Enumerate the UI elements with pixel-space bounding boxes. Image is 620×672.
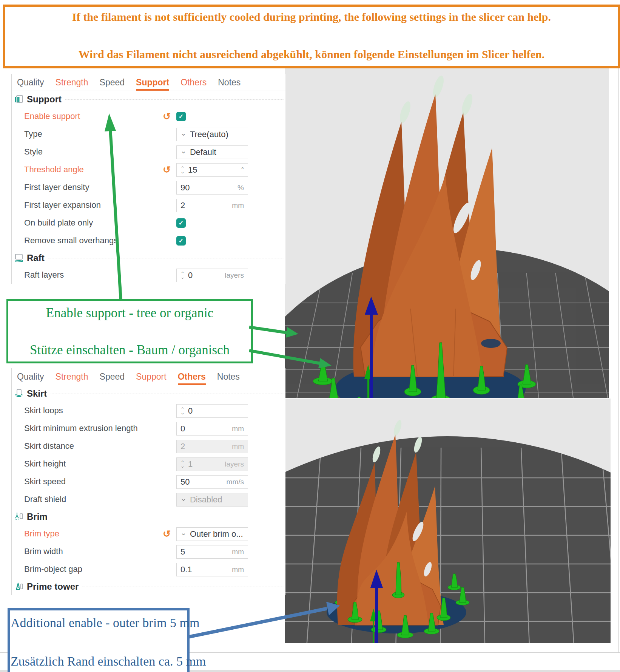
input-first-layer-expansion[interactable]: 2mm: [176, 199, 248, 212]
input-skirt-height[interactable]: ⌃⌄1layers: [176, 457, 248, 471]
setting-control: 0mm: [163, 422, 285, 436]
panel-support-settings: QualityStrengthSpeedSupportOthersNotesSu…: [11, 74, 285, 284]
setting-unit: mm: [232, 425, 244, 433]
checkbox-checked[interactable]: ✓: [176, 236, 186, 246]
setting-value: Disabled: [190, 495, 244, 505]
setting-label: Raft layers: [24, 270, 163, 280]
prime-tower-icon: [14, 582, 24, 592]
tab-notes[interactable]: Notes: [218, 77, 241, 91]
section-header-support: Support: [12, 91, 285, 108]
reset-icon[interactable]: ↺: [163, 529, 176, 539]
setting-control: ↺⌄Outer brim o...: [163, 527, 285, 541]
setting-row-threshold-angle: Threshold angle↺⌃⌄15°: [12, 161, 285, 179]
input-brim-width[interactable]: 5mm: [176, 545, 248, 559]
input-skirt-distance[interactable]: 2mm: [176, 440, 248, 453]
checkbox-checked[interactable]: ✓: [176, 112, 186, 121]
setting-label: Skirt distance: [24, 441, 163, 451]
page: If the filament is not sufficiently cool…: [0, 0, 620, 672]
panel-others-settings: QualityStrengthSpeedSupportOthersNotesSk…: [11, 368, 285, 595]
tab-strength[interactable]: Strength: [56, 372, 88, 385]
dropdown-brim-type[interactable]: ⌄Outer brim o...: [176, 527, 248, 541]
section-separator: [51, 394, 284, 394]
setting-value: 90: [180, 183, 236, 193]
tab-speed[interactable]: Speed: [100, 77, 125, 91]
brim-annotation-box: Additional enable - outer brim 5 mm Zusä…: [8, 608, 190, 672]
brim-note-en: Additional enable - outer brim 5 mm: [11, 616, 187, 630]
section-title: Raft: [27, 253, 45, 263]
setting-row-style: Style⌄Default: [12, 143, 285, 161]
viewport-3d-bottom[interactable]: [285, 399, 611, 643]
setting-unit: mm: [232, 565, 244, 574]
input-brim-object-gap[interactable]: 0.1mm: [176, 563, 248, 576]
section-header-prime-tower: Prime tower: [12, 578, 285, 595]
tab-quality[interactable]: Quality: [17, 77, 44, 91]
spinner-arrows-icon[interactable]: ⌃⌄: [180, 272, 185, 279]
render-model-supports: [285, 59, 609, 398]
setting-label: On build plate only: [24, 218, 163, 228]
axis-arrow-green: [373, 621, 374, 643]
dropdown-style[interactable]: ⌄Default: [176, 145, 248, 159]
input-skirt-minimum-extrusion-length[interactable]: 0mm: [176, 422, 248, 436]
setting-control: ⌄Disabled: [163, 493, 285, 507]
setting-row-enable-support: Enable support↺✓: [12, 108, 285, 125]
banner-line-en: If the filament is not sufficiently cool…: [8, 11, 615, 23]
setting-row-first-layer-density: First layer density90%: [12, 179, 285, 196]
axis-arrow-green: [367, 377, 369, 398]
viewport-3d-top[interactable]: [285, 59, 609, 398]
setting-value: 15: [188, 165, 239, 175]
section-title: Skirt: [27, 388, 47, 399]
tab-speed[interactable]: Speed: [100, 372, 125, 385]
setting-control: ⌄Tree(auto): [163, 128, 285, 141]
dropdown-type[interactable]: ⌄Tree(auto): [176, 128, 248, 141]
setting-row-remove-small-overhangs: Remove small overhangs✓: [12, 232, 285, 250]
tab-notes[interactable]: Notes: [217, 372, 240, 385]
axis-arrow-blue: [375, 586, 378, 643]
setting-control: 50mm/s: [163, 475, 285, 489]
reset-icon[interactable]: ↺: [163, 112, 176, 121]
input-threshold-angle[interactable]: ⌃⌄15°: [176, 163, 248, 177]
dropdown-draft-shield[interactable]: ⌄Disabled: [176, 493, 248, 507]
setting-label: Brim width: [24, 547, 163, 556]
setting-value: 0: [188, 270, 223, 280]
brim-icon: [14, 512, 24, 522]
input-skirt-speed[interactable]: 50mm/s: [176, 475, 248, 489]
section-title: Support: [27, 94, 62, 105]
setting-control: ✓: [163, 218, 285, 228]
setting-control: 5mm: [163, 545, 285, 559]
spinner-arrows-icon[interactable]: ⌃⌄: [180, 408, 185, 414]
checkbox-checked[interactable]: ✓: [176, 218, 186, 228]
reset-icon[interactable]: ↺: [163, 165, 176, 175]
section-title: Prime tower: [27, 581, 79, 592]
setting-unit: mm: [232, 548, 244, 556]
setting-label: Draft shield: [24, 494, 163, 504]
section-separator: [65, 99, 284, 100]
banner-line-de: Wird das Filament nicht ausreichend abge…: [8, 48, 615, 61]
setting-row-type: Type⌄Tree(auto): [12, 125, 285, 143]
setting-row-first-layer-expansion: First layer expansion2mm: [12, 196, 285, 214]
setting-label: Skirt minimum extrusion length: [24, 423, 163, 433]
input-raft-layers[interactable]: ⌃⌄0layers: [176, 269, 248, 282]
tab-strength[interactable]: Strength: [56, 77, 88, 91]
axis-arrow-blue: [370, 313, 373, 398]
spinner-arrows-icon[interactable]: ⌃⌄: [180, 167, 185, 173]
tab-others[interactable]: Others: [178, 372, 206, 385]
support-note-en: Enable support - tree or organic: [10, 306, 250, 321]
tab-support[interactable]: Support: [136, 77, 169, 91]
setting-row-skirt-speed: Skirt speed50mm/s: [12, 473, 285, 491]
setting-label: Remove small overhangs: [24, 236, 163, 246]
setting-value: 0: [188, 406, 244, 416]
setting-control: ⌃⌄1layers: [163, 457, 285, 471]
tab-others[interactable]: Others: [180, 77, 207, 91]
setting-unit: layers: [225, 271, 244, 280]
tab-quality[interactable]: Quality: [17, 372, 44, 385]
setting-value: 2: [180, 442, 230, 451]
input-skirt-loops[interactable]: ⌃⌄0: [176, 404, 248, 418]
setting-control: ⌃⌄0: [163, 404, 285, 418]
tab-support[interactable]: Support: [136, 372, 167, 385]
input-first-layer-density[interactable]: 90%: [176, 181, 248, 195]
tab-row: QualityStrengthSpeedSupportOthersNotes: [12, 368, 285, 385]
setting-label: Skirt loops: [24, 406, 163, 416]
banner-note: If the filament is not sufficiently cool…: [3, 5, 620, 68]
spinner-arrows-icon[interactable]: ⌃⌄: [180, 461, 185, 468]
section-separator: [51, 517, 284, 517]
